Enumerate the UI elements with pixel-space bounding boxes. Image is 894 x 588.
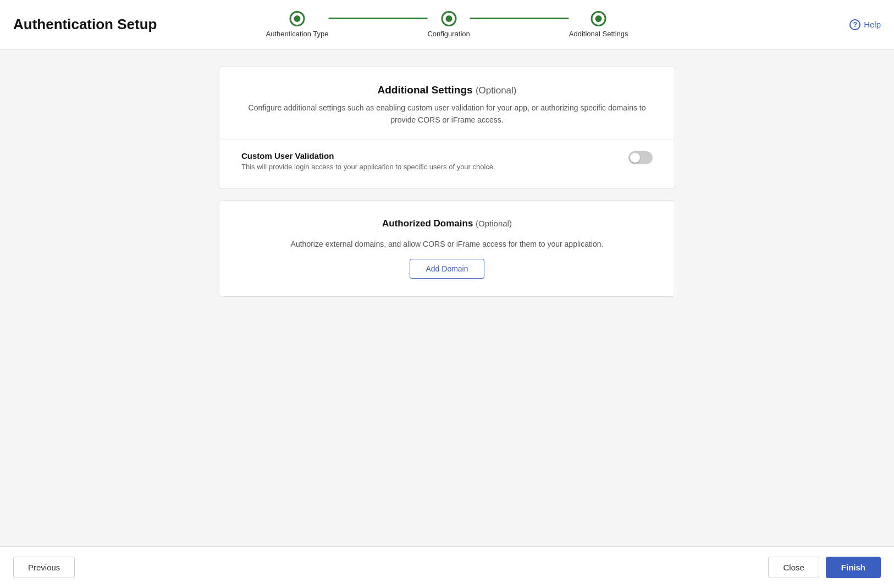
additional-settings-optional: (Optional) <box>476 85 517 96</box>
header: Authentication Setup Authentication Type… <box>0 0 894 49</box>
step-configuration: Configuration <box>427 11 470 38</box>
step-circle-2 <box>441 11 456 26</box>
toggle-thumb <box>630 153 640 163</box>
authorized-domains-title: Authorized Domains (Optional) <box>382 218 512 229</box>
previous-button[interactable]: Previous <box>13 557 75 578</box>
close-button[interactable]: Close <box>768 557 819 578</box>
add-domain-button[interactable]: Add Domain <box>410 259 484 279</box>
step-dot-1 <box>294 15 300 22</box>
step-label-2: Configuration <box>427 30 470 38</box>
footer-left: Previous <box>13 557 75 578</box>
toggle-track <box>628 151 653 164</box>
footer: Previous Close Finish <box>0 546 894 588</box>
step-dot-3 <box>595 15 602 22</box>
step-authentication-type: Authentication Type <box>266 11 329 38</box>
finish-button[interactable]: Finish <box>826 557 881 578</box>
step-line-2 <box>470 18 569 19</box>
step-dot-2 <box>445 15 452 22</box>
stepper: Authentication Type Configuration Additi… <box>266 11 628 38</box>
authorized-domains-subtitle: Authorize external domains, and allow CO… <box>291 238 604 250</box>
page-title: Authentication Setup <box>13 16 157 33</box>
custom-validation-toggle[interactable] <box>628 151 653 164</box>
help-label: Help <box>864 20 881 29</box>
authorized-domains-optional: (Optional) <box>476 219 512 228</box>
main-content: Additional Settings (Optional) Configure… <box>0 49 894 546</box>
additional-settings-title: Additional Settings (Optional) <box>241 84 653 96</box>
step-circle-3 <box>591 11 606 26</box>
step-label-1: Authentication Type <box>266 30 329 38</box>
custom-validation-text: Custom User Validation This will provide… <box>241 151 495 171</box>
authorized-domains-card: Authorized Domains (Optional) Authorize … <box>219 200 675 297</box>
step-line-1 <box>328 18 427 19</box>
step-additional-settings: Additional Settings <box>569 11 628 38</box>
custom-validation-desc: This will provide login access to your a… <box>241 163 495 171</box>
step-circle-1 <box>289 11 305 26</box>
help-button[interactable]: ? Help <box>849 19 881 30</box>
footer-right: Close Finish <box>768 557 881 578</box>
additional-settings-card: Additional Settings (Optional) Configure… <box>219 66 675 189</box>
additional-settings-subtitle: Configure additional settings such as en… <box>241 102 653 126</box>
step-label-3: Additional Settings <box>569 30 628 38</box>
help-icon: ? <box>849 19 860 30</box>
custom-validation-row: Custom User Validation This will provide… <box>241 140 653 171</box>
custom-validation-label: Custom User Validation <box>241 151 495 160</box>
